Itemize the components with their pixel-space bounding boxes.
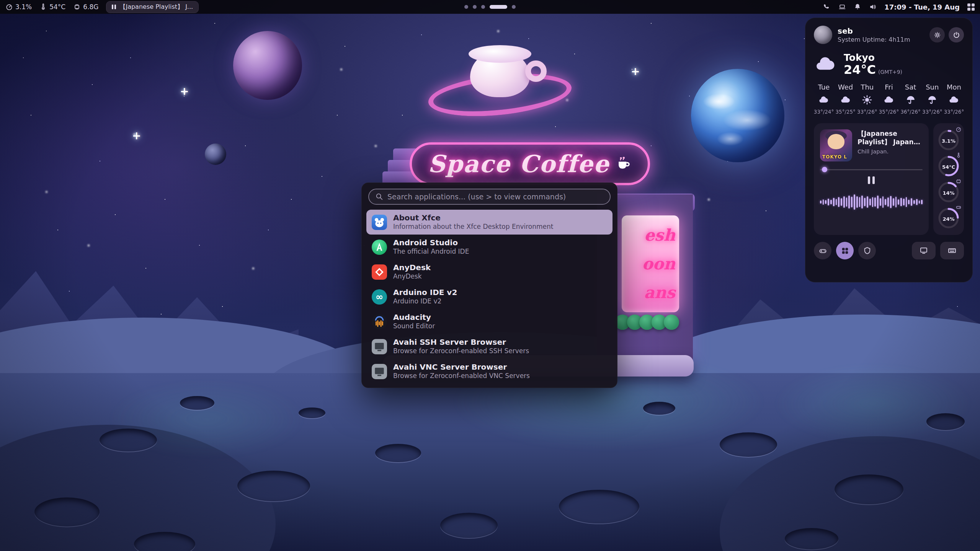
- cpu-stat: 3.1%: [5, 3, 32, 11]
- workspace-dot[interactable]: [512, 5, 516, 9]
- thermometer-icon: [39, 3, 47, 11]
- app-description: The official Android IDE: [393, 248, 469, 256]
- workspace-active-pill[interactable]: [490, 5, 507, 9]
- floating-cup-handle: [525, 60, 547, 82]
- media-progress-slider[interactable]: [820, 167, 923, 172]
- window-neon-text: ans: [644, 285, 675, 301]
- uptime-label: System Uptime: 4h11m: [838, 36, 910, 44]
- app-item-arduino[interactable]: ∞ Arduino IDE v2 Arduino IDE v2: [366, 284, 612, 309]
- search-input[interactable]: [387, 192, 604, 201]
- clock[interactable]: 17:09 - Tue, 19 Aug: [884, 3, 960, 11]
- app-item-android-studio[interactable]: Android Studio The official Android IDE: [366, 235, 612, 259]
- app-description: Information about the Xfce Desktop Envir…: [393, 223, 553, 231]
- forecast-day: Mon 33°/26°: [944, 83, 964, 115]
- progress-handle[interactable]: [822, 167, 827, 172]
- phone-icon[interactable]: [823, 3, 831, 11]
- forecast-day: Sat 36°/26°: [901, 83, 921, 115]
- apps-button[interactable]: [836, 242, 854, 259]
- rain-umbrella-icon: [926, 94, 938, 106]
- volume-icon[interactable]: [869, 3, 877, 11]
- app-title: Arduino IDE v2: [393, 288, 457, 297]
- settings-button[interactable]: [929, 27, 945, 42]
- workspace-dot[interactable]: [473, 5, 477, 9]
- planet-earth: [691, 69, 784, 162]
- cloud-icon: [818, 94, 830, 106]
- cloud-icon: [883, 94, 895, 106]
- workspace-dot[interactable]: [481, 5, 485, 9]
- temperature-gauge: 54°C: [936, 153, 961, 179]
- device-icon[interactable]: [838, 3, 846, 11]
- pause-button[interactable]: [865, 175, 878, 185]
- shop-window-neon: esh oon ans: [622, 215, 679, 312]
- display-icon: [919, 246, 928, 255]
- workspace-dot[interactable]: [464, 5, 468, 9]
- keyboard-icon: [947, 246, 957, 255]
- sidebar-header: seb System Uptime: 4h11m: [814, 26, 964, 44]
- sidebar-footer: [814, 242, 964, 259]
- app-description: Arduino IDE v2: [393, 297, 457, 305]
- app-item-audacity[interactable]: Audacity Sound Editor: [366, 309, 612, 334]
- control-sidebar: seb System Uptime: 4h11m Tokyo 24°C(GMT+…: [805, 18, 973, 282]
- window-neon-text: esh: [644, 227, 675, 243]
- controller-button[interactable]: [814, 242, 831, 259]
- power-button[interactable]: [949, 27, 964, 42]
- memory-stat: 6.8G: [73, 3, 98, 11]
- memory-gauge: 14%: [936, 179, 961, 205]
- media-pill[interactable]: 【Japanese Playlist】 J...: [106, 1, 199, 13]
- top-bar: 3.1% 54°C 6.8G 【Japanese Playlist】 J...: [0, 0, 980, 14]
- cpu-gauge-icon: [5, 3, 13, 11]
- floating-cup-rim: [469, 45, 531, 63]
- media-title: 【Japanese Playlist】 Japan All Night - To…: [858, 129, 923, 146]
- forecast-day: Sun 33°/26°: [922, 83, 942, 115]
- app-launcher: About Xfce Information about the Xfce De…: [361, 183, 617, 388]
- temperature-stat: 54°C: [39, 3, 65, 11]
- media-subtitle: Chill Japan.: [858, 148, 923, 155]
- media-player-card: TOKYO L 【Japanese Playlist】 Japan All Ni…: [814, 123, 929, 235]
- pause-icon: [112, 5, 116, 9]
- app-title: About Xfce: [393, 213, 553, 223]
- bell-icon[interactable]: [854, 3, 861, 11]
- shield-button[interactable]: [858, 242, 876, 259]
- forecast-day: Fri 35°/26°: [879, 83, 899, 115]
- app-description: Sound Editor: [393, 322, 435, 330]
- apps-grid-icon: [841, 246, 849, 255]
- planet-small-moon: [205, 143, 226, 165]
- memory-icon: [956, 178, 962, 184]
- planet-purple: [233, 31, 302, 100]
- display-button[interactable]: [912, 242, 936, 259]
- temperature-icon: [956, 152, 962, 158]
- temperature-value: 54°C: [49, 3, 65, 11]
- app-description: Browse for Zeroconf-enabled SSH Servers: [393, 347, 529, 355]
- keyboard-button[interactable]: [940, 242, 964, 259]
- sign-text: Space Coffee: [428, 150, 609, 178]
- app-icon-xfce: [372, 215, 387, 230]
- rain-umbrella-icon: [905, 94, 916, 106]
- app-item-anydesk[interactable]: AnyDesk AnyDesk: [366, 259, 612, 284]
- cpu-icon: [956, 126, 962, 132]
- app-icon-avahi-ssh: [372, 339, 387, 354]
- media-pill-label: 【Japanese Playlist】 J...: [119, 3, 193, 11]
- forecast-day: Wed 35°/25°: [836, 83, 856, 115]
- search-icon: [375, 192, 384, 201]
- sun-icon: [861, 94, 873, 106]
- app-item-avahi-ssh[interactable]: Avahi SSH Server Browser Browse for Zero…: [366, 334, 612, 359]
- album-art-label: TOKYO L: [822, 154, 847, 160]
- username: seb: [838, 26, 910, 36]
- cloud-icon: [840, 94, 851, 106]
- memory-chip-icon: [73, 3, 81, 11]
- app-item-avahi-vnc[interactable]: Avahi VNC Server Browser Browse for Zero…: [366, 359, 612, 384]
- app-grid-icon[interactable]: [967, 3, 975, 11]
- app-title: AnyDesk: [393, 263, 431, 272]
- app-icon-android-studio: [372, 240, 387, 255]
- cpu-value: 3.1%: [15, 3, 32, 11]
- app-item-about-xfce[interactable]: About Xfce Information about the Xfce De…: [366, 210, 612, 235]
- app-description: AnyDesk: [393, 272, 431, 280]
- forecast-day: Tue 33°/24°: [814, 83, 834, 115]
- weather-timezone: (GMT+9): [878, 69, 902, 75]
- search-bar[interactable]: [368, 189, 611, 205]
- album-art: TOKYO L: [820, 129, 852, 161]
- app-title: Audacity: [393, 313, 435, 322]
- workspace-indicator[interactable]: [464, 0, 516, 14]
- media-waveform: [820, 188, 923, 216]
- forecast-day: Thu 33°/26°: [857, 83, 877, 115]
